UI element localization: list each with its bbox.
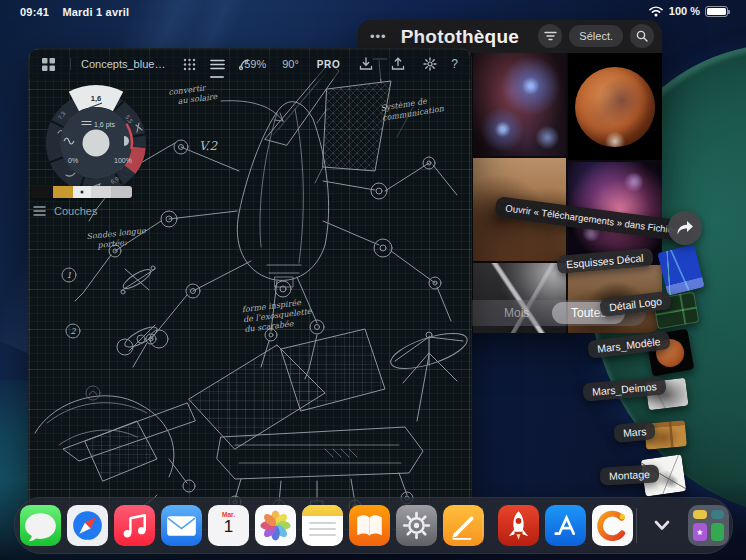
app-library-mini-green [711,523,725,541]
dock-messages-icon[interactable] [20,505,61,546]
wifi-icon [648,5,664,17]
palette-color-gold[interactable] [53,186,73,198]
stroke-width-label: 1,6 pts [94,121,116,129]
dock: Mar. 1 [14,497,733,554]
photos-title: Photothèque [401,26,519,48]
calendar-day: 1 [208,518,249,537]
app-library-mini-teal [711,510,725,519]
dock-app-store-icon[interactable] [545,505,586,546]
battery-percent: 100 % [669,5,700,17]
dock-collapse-chevron[interactable] [648,511,676,539]
import-icon[interactable] [355,53,377,75]
status-date: Mardi 1 avril [62,6,129,18]
window-options-button[interactable]: ••• [370,29,387,44]
select-button[interactable]: Sélect. [569,25,623,47]
dock-pages-icon[interactable] [443,505,484,546]
palette-color-lightgray[interactable] [91,186,111,198]
annotation-version: V.2 [199,139,217,154]
rotation-value[interactable]: 90° [276,58,305,70]
dock-mail-icon[interactable] [161,505,202,546]
smoothing-value: 0% [68,157,78,164]
concepts-window: 1 2 convertir au solaire Système de comm… [28,48,472,530]
gallery-icon[interactable] [37,53,59,75]
dock-concepts-icon[interactable] [592,505,633,546]
layers-label: Couches [54,205,97,217]
chevron-down-icon [648,511,676,539]
pro-badge[interactable]: PRO [309,59,348,70]
share-button[interactable] [668,211,702,245]
dock-settings-icon[interactable] [396,505,437,546]
help-button[interactable]: ? [448,57,465,71]
dock-music-icon[interactable] [114,505,155,546]
photo-thumbnail[interactable] [473,53,566,156]
opacity-value: 100% [114,157,132,164]
tool-wheel[interactable]: 1,6 7,3 5,5 6,9 1,6 pts 0% 10 [36,83,156,203]
layers-panel-toggle[interactable]: Couches [33,205,97,217]
battery-icon [705,6,728,17]
probe-number-2: 2 [71,327,77,336]
export-icon[interactable] [387,53,409,75]
document-title[interactable]: Concepts_blue… [70,58,165,70]
search-icon[interactable] [630,24,654,48]
settings-gear-icon[interactable] [419,53,441,75]
tab-mois[interactable]: Mois [504,306,529,320]
dock-app-library-icon[interactable]: ★ [688,505,729,546]
dock-books-icon[interactable] [349,505,390,546]
dock-safari-icon[interactable] [67,505,108,546]
active-tool-size: 1,6 [91,94,101,103]
dock-rocket-app-icon[interactable] [498,505,539,546]
palette-color-black[interactable] [31,186,53,198]
color-palette[interactable] [31,186,132,198]
photo-thumbnail[interactable] [568,53,662,160]
probe-number-1: 1 [67,271,72,280]
concepts-toolbar: Concepts_blue… 59% 90° PRO [29,49,471,79]
share-arrow-icon [676,220,694,236]
clock: 09:41 [20,6,49,18]
drag-item-label[interactable]: Montage [600,464,660,485]
app-library-mini-yellow [693,510,707,519]
drag-item-label[interactable]: Mars [613,421,656,443]
filter-icon[interactable] [538,24,562,48]
dock-photos-icon[interactable] [255,505,296,546]
status-bar: 09:41 Mardi 1 avril 100 % [0,0,746,24]
app-library-mini-purple: ★ [693,523,707,541]
palette-color-gray[interactable] [111,186,132,198]
zoom-level[interactable]: 59% [238,58,272,70]
dock-notes-icon[interactable] [302,505,343,546]
dock-divider [482,508,483,543]
dock-calendar-icon[interactable]: Mar. 1 [208,505,249,546]
layers-tool-icon[interactable] [206,53,228,75]
palette-color-white-selected[interactable] [73,186,91,198]
dock-divider [636,508,637,543]
precision-grid-icon[interactable] [178,53,200,75]
ipad-screen: ••• Photothèque Sélect. Mois Toutes [0,0,746,560]
hamburger-icon [33,206,46,216]
